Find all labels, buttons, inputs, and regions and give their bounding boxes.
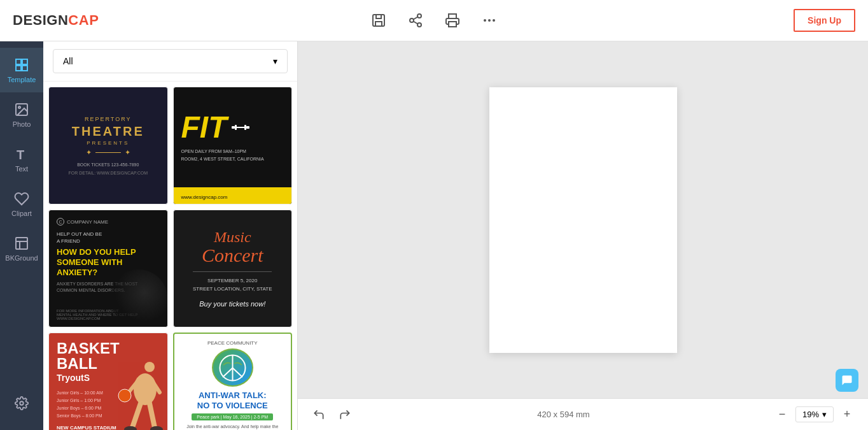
sidebar-template-label: Template: [8, 76, 36, 83]
chat-widget[interactable]: [836, 369, 858, 392]
sidebar-background-label: BKGround: [5, 254, 38, 262]
svg-rect-8: [449, 22, 456, 27]
sign-up-button[interactable]: Sign Up: [794, 9, 855, 32]
template-card-fitness[interactable]: FIT OPEN DAILY FROM 9AM–10PMROOM2, 4 W: [173, 87, 293, 204]
template-panel: All ▾ REPERTORY THEATRE PRESENTS ✦✦ BOOK…: [43, 41, 298, 430]
card-theatre-presents: PRESENTS: [87, 140, 129, 146]
svg-rect-23: [232, 126, 235, 129]
zoom-chevron-icon: ▾: [822, 410, 827, 419]
save-icon[interactable]: [370, 11, 388, 29]
template-card-peace[interactable]: PEACE COMMUNITY ANTI-WAR TALK:NO TO VIOL…: [173, 333, 293, 430]
share-icon[interactable]: [407, 11, 424, 29]
card-music-title-2: Concert: [202, 245, 263, 266]
svg-line-40: [232, 368, 242, 377]
svg-line-33: [132, 403, 141, 427]
category-dropdown[interactable]: All ▾: [53, 49, 288, 73]
svg-point-5: [417, 23, 421, 27]
sidebar-photo-label: Photo: [13, 120, 31, 128]
peace-globe: [212, 348, 253, 387]
photo-icon: [13, 101, 30, 118]
card-peace-title: ANTI-WAR TALK:NO TO VIOLENCE: [197, 391, 268, 410]
svg-point-31: [118, 389, 131, 402]
logo-design: DESIGN: [13, 12, 68, 28]
svg-rect-2: [375, 22, 382, 26]
svg-rect-19: [16, 238, 27, 249]
sidebar-bottom: [10, 386, 33, 430]
svg-line-39: [223, 368, 233, 377]
card-music-cta: Buy your tickets now!: [199, 300, 265, 308]
card-theatre-subtitle: REPERTORY: [85, 116, 132, 122]
dropdown-value: All: [63, 56, 73, 66]
template-card-anxiety[interactable]: C COMPANY NAME HELP OUT AND BEA FRIEND H…: [48, 210, 168, 327]
svg-point-28: [144, 362, 155, 372]
header-toolbar: [370, 11, 498, 29]
card-anxiety-company: C COMPANY NAME: [57, 218, 160, 226]
card-theatre-website: FOR DETAIL: WWW.DESIGNCAP.COM: [68, 171, 148, 175]
svg-rect-14: [16, 66, 21, 71]
print-icon[interactable]: [444, 11, 461, 29]
more-icon[interactable]: [480, 11, 498, 29]
svg-point-29: [134, 373, 157, 405]
zoom-controls: − 19% ▾ +: [774, 406, 855, 423]
svg-line-7: [414, 17, 418, 20]
card-peace-event: Peace park | May 16, 2025 | 2-5 PM: [192, 413, 273, 420]
template-grid: REPERTORY THEATRE PRESENTS ✦✦ BOOK TICKE…: [43, 82, 297, 430]
card-peace-community: PEACE COMMUNITY: [207, 340, 258, 346]
svg-point-17: [18, 106, 20, 108]
zoom-out-button[interactable]: −: [774, 406, 790, 423]
svg-line-34: [150, 403, 155, 427]
canvas-area: 420 x 594 mm − 19% ▾ +: [298, 41, 868, 430]
redo-button[interactable]: [337, 406, 353, 423]
settings-icon: [13, 395, 30, 412]
basketball-player-figure: [116, 357, 164, 430]
zoom-in-button[interactable]: +: [839, 406, 855, 423]
template-filter-header: All ▾: [43, 41, 297, 82]
card-peace-body: Join the anti-war advocacy. And help mak…: [181, 424, 285, 430]
card-theatre-decoration: ✦✦: [86, 148, 130, 157]
left-sidebar: Template Photo T Text: [0, 41, 43, 430]
template-card-basketball[interactable]: BASKETBALL TryoutS Junior Girls – 10:00 …: [48, 333, 168, 430]
svg-point-4: [410, 18, 414, 22]
card-theatre-title: THEATRE: [72, 125, 144, 138]
svg-rect-25: [237, 127, 244, 128]
zoom-level: 19%: [802, 410, 819, 419]
white-canvas[interactable]: [489, 87, 677, 353]
anxiety-figure: [110, 269, 167, 327]
sidebar-item-template[interactable]: Template: [0, 48, 43, 92]
svg-rect-13: [22, 59, 27, 64]
card-fitness-title: FIT: [181, 112, 227, 143]
svg-rect-26: [244, 125, 246, 130]
canvas-content: [298, 41, 868, 398]
sidebar-item-settings[interactable]: [10, 386, 33, 420]
svg-point-9: [484, 19, 486, 22]
svg-text:T: T: [17, 148, 24, 162]
svg-line-6: [414, 22, 418, 24]
sidebar-item-clipart[interactable]: Clipart: [0, 182, 43, 226]
undo-button[interactable]: [311, 406, 327, 423]
sidebar-clipart-label: Clipart: [11, 210, 32, 217]
svg-rect-27: [246, 126, 249, 129]
main-layout: Template Photo T Text: [0, 41, 868, 430]
header: DESIGNCAP: [0, 0, 868, 41]
canvas-toolbar-bottom: 420 x 594 mm − 19% ▾ +: [298, 398, 868, 430]
svg-rect-15: [22, 66, 27, 71]
svg-point-11: [493, 19, 495, 22]
svg-rect-24: [235, 125, 237, 130]
sidebar-item-background[interactable]: BKGround: [0, 226, 43, 271]
sidebar-item-text[interactable]: T Text: [0, 137, 43, 182]
template-card-theatre[interactable]: REPERTORY THEATRE PRESENTS ✦✦ BOOK TICKE…: [48, 87, 168, 204]
card-theatre-tickets: BOOK TICKETS 123-456-7890: [77, 162, 139, 169]
chevron-down-icon: ▾: [273, 56, 277, 66]
card-music-title-1: Music: [214, 229, 251, 245]
card-anxiety-help: HELP OUT AND BEA FRIEND: [57, 231, 160, 245]
template-card-music[interactable]: Music Concert SEPTEMBER 5, 2020STREET LO…: [173, 210, 293, 327]
logo: DESIGNCAP: [13, 12, 99, 29]
zoom-display[interactable]: 19% ▾: [795, 406, 834, 422]
fitness-barbell-icon: [232, 124, 249, 131]
svg-point-3: [417, 14, 421, 18]
card-music-date: SEPTEMBER 5, 2020STREET LOCATION, CITY, …: [193, 277, 272, 294]
svg-point-22: [20, 401, 24, 405]
undo-redo-controls: [311, 406, 353, 423]
sidebar-item-photo[interactable]: Photo: [0, 92, 43, 137]
text-icon: T: [13, 146, 30, 162]
